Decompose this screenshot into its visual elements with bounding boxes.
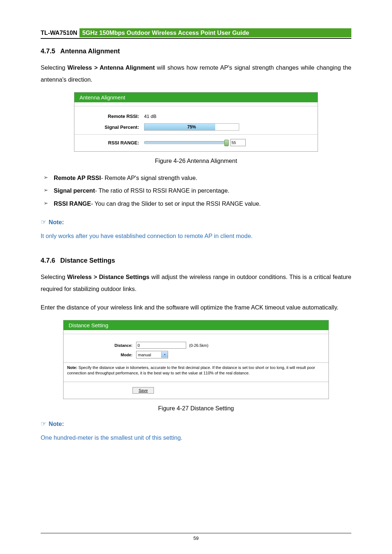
- distance-row: Distance: (0-26.5km): [67, 341, 325, 350]
- feature-bullet: Signal percent- The ratio of RSSI to RSS…: [41, 185, 351, 196]
- distance-hint: (0-26.5km): [189, 343, 208, 348]
- pointing-hand-icon: ☞: [41, 218, 46, 226]
- pointing-hand-icon: ☞: [41, 420, 46, 427]
- rssi-range-slider[interactable]: [144, 141, 228, 144]
- remote-rssi-row: Remote RSSI: 41 dB: [81, 111, 311, 121]
- distance-setting-panel: Distance Setting Distance: (0-26.5km) Mo…: [63, 320, 329, 399]
- section2-p2: Enter the distance of your wireless link…: [41, 301, 351, 313]
- mode-row: Mode: manual ▾: [67, 350, 325, 360]
- mode-select[interactable]: manual ▾: [136, 351, 168, 358]
- section1-intro: Selecting Wireless > Antenna Alignment w…: [41, 62, 351, 86]
- rssi-range-row: RSSI RANGE:: [81, 137, 311, 148]
- header-title: 5GHz 150Mbps Outdoor Wireless Access Poi…: [79, 28, 351, 37]
- signal-percent-label: Signal Percent:: [81, 124, 144, 130]
- rssi-range-label: RSSI RANGE:: [81, 140, 144, 145]
- chevron-down-icon: ▾: [161, 352, 168, 358]
- panel2-note: Note: Specify the distance value in kilo…: [64, 362, 328, 379]
- page: TL-WA7510N 5GHz 150Mbps Outdoor Wireless…: [0, 0, 392, 554]
- mode-select-value: manual: [138, 353, 151, 357]
- panel2-title: Distance Setting: [64, 320, 328, 330]
- antenna-alignment-panel: Antenna Alignment Remote RSSI: 41 dB Sig…: [74, 92, 318, 152]
- page-header: TL-WA7510N 5GHz 150Mbps Outdoor Wireless…: [41, 28, 351, 39]
- feature-bullet: Remote AP RSSI- Remote AP's signal stren…: [41, 172, 351, 184]
- rssi-slider-thumb[interactable]: [224, 140, 229, 146]
- note2-body: One hundred-meter is the smallest unit o…: [41, 432, 351, 443]
- section-heading-distance: 4.7.6Distance Settings: [41, 257, 351, 264]
- page-number: 59: [193, 535, 199, 541]
- distance-label: Distance:: [67, 343, 136, 348]
- remote-rssi-value: 41 dB: [144, 114, 156, 119]
- mode-label: Mode:: [67, 353, 136, 357]
- rssi-range-input[interactable]: [230, 139, 246, 146]
- note1-heading: ☞Note:: [41, 218, 351, 226]
- distance-input[interactable]: [136, 342, 186, 349]
- section2-p1: Selecting Wireless > Distance Settings w…: [41, 271, 351, 295]
- note1-body: It only works after you have established…: [41, 230, 351, 242]
- panel1-title: Antenna Alignment: [74, 93, 318, 102]
- save-button[interactable]: Save: [132, 387, 154, 394]
- feature-bullet-list: Remote AP RSSI- Remote AP's signal stren…: [41, 172, 351, 209]
- header-product: TL-WA7510N: [41, 29, 79, 36]
- page-footer: 59: [41, 533, 351, 541]
- note2-heading: ☞Note:: [41, 420, 351, 428]
- signal-percent-bar: 75%: [144, 123, 239, 131]
- feature-bullet: RSSI RANGE- You can drag the Slider to s…: [41, 198, 351, 209]
- signal-percent-row: Signal Percent: 75%: [81, 121, 311, 133]
- section-heading-antenna: 4.7.5Antenna Alignment: [41, 48, 351, 55]
- figure-caption-2: Figure 4-27 Distance Setting: [41, 405, 351, 412]
- remote-rssi-label: Remote RSSI:: [81, 114, 144, 119]
- figure-caption-1: Figure 4-26 Antenna Alignment: [41, 157, 351, 164]
